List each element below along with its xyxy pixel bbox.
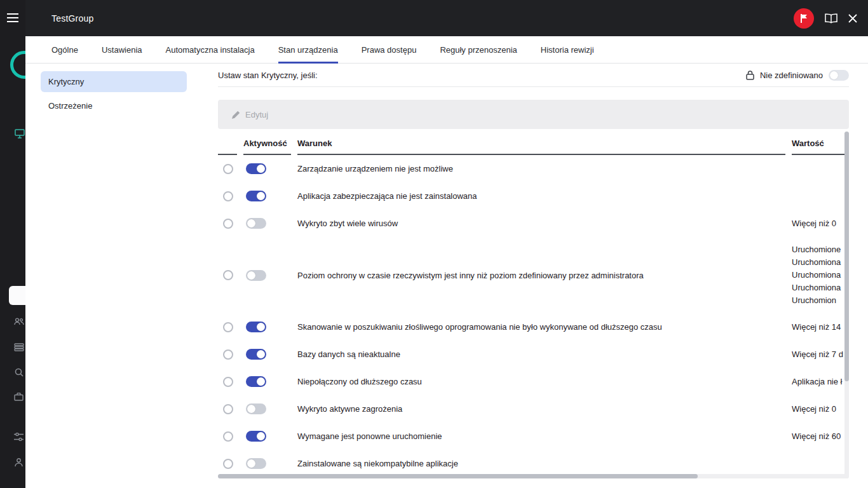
lock-icon [746, 71, 754, 80]
condition-value: Aplikacja nie ł [792, 377, 849, 386]
tab-ustawienia[interactable]: Ustawienia [102, 36, 142, 63]
app-rail [0, 0, 25, 488]
row-activity-toggle[interactable] [246, 376, 266, 387]
row-radio-button[interactable] [223, 322, 233, 332]
flag-icon [799, 13, 808, 24]
row-activity-toggle[interactable] [246, 403, 266, 414]
condition-row: Skanowanie w poszukiwaniu złośliwego opr… [218, 313, 849, 341]
edit-button-label: Edytuj [245, 110, 268, 119]
condition-row: Zarządzanie urządzeniem nie jest możliwe [218, 155, 849, 182]
row-activity-toggle[interactable] [246, 349, 266, 360]
heading-row: Ustaw stan Krytyczny, jeśli: Nie zdefini… [218, 64, 849, 87]
condition-text: Niepołączony od dłuższego czasu [297, 377, 785, 386]
condition-value: Więcej niż 60 [792, 431, 849, 441]
condition-text: Zarządzanie urządzeniem nie jest możliwe [297, 164, 785, 173]
condition-row: Niepołączony od dłuższego czasuAplikacja… [218, 368, 849, 395]
condition-text: Wymagane jest ponowne uruchomienie [297, 431, 785, 441]
vertical-scrollbar[interactable] [844, 132, 849, 478]
condition-row: Wykryto aktywne zagrożeniaWięcej niż 0 [218, 395, 849, 423]
condition-row: Aplikacja zabezpieczająca nie jest zains… [218, 182, 849, 210]
not-defined-label: Nie zdefiniowano [760, 71, 823, 80]
tab-reguly-przenoszenia[interactable]: Reguły przenoszenia [440, 36, 517, 63]
row-radio-button[interactable] [223, 219, 233, 229]
kaspersky-logo [10, 51, 25, 79]
condition-row: Poziom ochrony w czasie rzeczywistym jes… [218, 237, 849, 313]
app-root: TestGroup OgólneUstawieniaAutomatyczna i… [0, 0, 868, 488]
horizontal-scrollbar[interactable] [218, 474, 849, 478]
condition-text: Bazy danych są nieaktualne [297, 349, 785, 359]
condition-row: Bazy danych są nieaktualneWięcej niż 7 d [218, 341, 849, 368]
row-activity-toggle[interactable] [246, 322, 266, 332]
users-icon[interactable] [14, 318, 24, 325]
condition-text: Skanowanie w poszukiwaniu złośliwego opr… [297, 322, 785, 332]
device-status-pane: Ustaw stan Krytyczny, jeśli: Nie zdefini… [218, 64, 868, 488]
help-book-icon[interactable] [825, 13, 837, 24]
conditions-table: Zarządzanie urządzeniem nie jest możliwe… [218, 155, 849, 477]
vertical-scrollbar-thumb[interactable] [844, 132, 849, 381]
tab-ogolne[interactable]: Ogólne [51, 36, 78, 63]
column-header-value: Wartość [792, 132, 849, 155]
close-icon[interactable] [848, 14, 857, 23]
column-header-condition: Warunek [297, 132, 785, 155]
row-radio-button[interactable] [223, 431, 233, 442]
condition-value: Więcej niż 0 [792, 219, 849, 228]
tasks-icon[interactable] [14, 393, 24, 401]
condition-value: UruchomioneUruchomionaUruchomionaUruchom… [792, 243, 849, 307]
settings-icon[interactable] [14, 433, 24, 441]
condition-text: Aplikacja zabezpieczająca nie jest zains… [297, 191, 785, 201]
condition-text: Wykryto zbyt wiele wirusów [297, 219, 785, 228]
row-activity-toggle[interactable] [246, 218, 266, 229]
tab-historia-rewizji[interactable]: Historia rewizji [541, 36, 594, 63]
row-activity-toggle[interactable] [246, 163, 266, 174]
column-header-activity: Aktywność [243, 132, 291, 155]
row-activity-toggle[interactable] [246, 270, 266, 281]
status-list: KrytycznyOstrzeżenie [25, 64, 218, 488]
condition-row: Wykryto zbyt wiele wirusówWięcej niż 0 [218, 210, 849, 237]
horizontal-scrollbar-thumb[interactable] [218, 474, 698, 478]
table-header: Aktywność Warunek Wartość [218, 132, 849, 155]
row-radio-button[interactable] [223, 349, 233, 360]
state-item-ostrzezenie[interactable]: Ostrzeżenie [41, 95, 187, 116]
not-defined-toggle[interactable] [829, 70, 849, 81]
repositories-icon[interactable] [14, 343, 24, 351]
condition-value: Więcej niż 7 d [792, 349, 849, 359]
condition-value: Więcej niż 14 [792, 322, 849, 332]
state-item-krytyczny[interactable]: Krytyczny [41, 71, 187, 92]
search-icon[interactable] [15, 368, 24, 377]
row-radio-button[interactable] [223, 377, 233, 387]
row-activity-toggle[interactable] [246, 431, 266, 442]
row-radio-button[interactable] [223, 270, 233, 280]
edit-button[interactable]: Edytuj [218, 100, 849, 129]
product-badge[interactable] [794, 8, 814, 29]
content: KrytycznyOstrzeżenie Ustaw stan Krytyczn… [25, 64, 868, 488]
menu-icon[interactable] [7, 13, 18, 22]
condition-row: Zainstalowane są niekompatybilne aplikac… [218, 450, 849, 477]
condition-text: Poziom ochrony w czasie rzeczywistym jes… [297, 271, 785, 280]
tab-prawa-dostepu[interactable]: Prawa dostępu [362, 36, 417, 63]
row-radio-button[interactable] [223, 191, 233, 201]
tab-automatyczna-instalacja[interactable]: Automatyczna instalacja [166, 36, 255, 63]
window-title: TestGroup [51, 13, 93, 24]
condition-text: Wykryto aktywne zagrożenia [297, 404, 785, 414]
row-radio-button[interactable] [223, 404, 233, 414]
devices-icon[interactable] [15, 129, 25, 139]
row-activity-toggle[interactable] [246, 458, 266, 469]
condition-row: Wymagane jest ponowne uruchomienieWięcej… [218, 423, 849, 450]
account-icon[interactable] [15, 458, 23, 467]
condition-value: Więcej niż 0 [792, 404, 849, 414]
row-radio-button[interactable] [223, 459, 233, 469]
row-activity-toggle[interactable] [246, 191, 266, 201]
titlebar: TestGroup [25, 0, 868, 36]
condition-text: Zainstalowane są niekompatybilne aplikac… [297, 459, 785, 468]
panel-heading: Ustaw stan Krytyczny, jeśli: [218, 71, 318, 80]
tab-stan-urzadzenia[interactable]: Stan urządzenia [278, 36, 338, 63]
rail-selected-item[interactable] [9, 286, 25, 305]
group-properties-window: TestGroup OgólneUstawieniaAutomatyczna i… [25, 0, 868, 488]
pencil-icon [232, 111, 240, 119]
tab-strip: OgólneUstawieniaAutomatyczna instalacjaS… [25, 36, 868, 64]
row-radio-button[interactable] [223, 164, 233, 174]
column-header-select [218, 132, 237, 155]
